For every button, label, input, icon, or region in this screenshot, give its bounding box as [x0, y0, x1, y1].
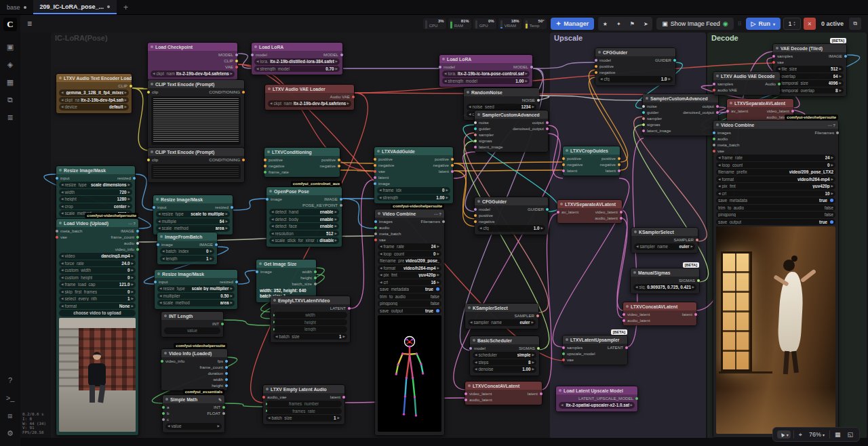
widget-strength-model[interactable]: ◀strength_model0.70▶ — [254, 66, 340, 73]
output-port-SIGMAS[interactable]: SIGMAS — [519, 346, 540, 350]
output-port-width[interactable]: width — [214, 377, 228, 382]
collapse-dot[interactable] — [566, 338, 568, 341]
input-port-meta_batch[interactable]: meta_batch — [713, 142, 739, 147]
collapse-dot[interactable] — [273, 299, 276, 302]
node-header[interactable]: LTXVLatentUpsampler — [563, 336, 627, 344]
collapse-dot[interactable] — [467, 91, 469, 94]
collapse-dot[interactable] — [626, 305, 629, 308]
node-header-icons[interactable]: ⋯ ? — [434, 211, 441, 216]
widget-choose-video-to-upload[interactable]: choose video to upload — [59, 310, 136, 317]
manager-button[interactable]: ✦ Manager — [551, 18, 595, 30]
widget-save-metadata[interactable]: save_metadatatrue — [716, 197, 835, 204]
output-port-MODEL[interactable]: MODEL — [218, 52, 238, 57]
widget-force-rate[interactable]: ◀force_rate24.0▶ — [59, 260, 136, 267]
widget-batch-size[interactable]: ◀batch_size1▶ — [266, 415, 342, 422]
ltxv-separate-av-latent-1[interactable]: LTXVSeparateAVLatentav_latentvideo_laten… — [557, 199, 623, 224]
load-lora-2[interactable]: Load LoRAmodelMODEL◀lora...ltx-2-19b-ic-… — [439, 54, 533, 87]
output-port-SAMPLER[interactable]: SAMPLER — [514, 313, 539, 318]
input-port-model[interactable]: model — [469, 346, 486, 350]
widget-cfg[interactable]: ◀cfg1.0▶ — [598, 76, 673, 83]
output-port-Audio[interactable]: Audio — [765, 81, 781, 86]
focus-mode-button[interactable]: ◱ — [845, 430, 855, 439]
resize-image-mask-1[interactable]: Resize Image/Maskinputresized◀resize_typ… — [56, 165, 136, 220]
output-port-negative[interactable]: negative — [320, 163, 340, 168]
output-port-LATENT[interactable]: LATENT — [608, 345, 628, 350]
sidebar-bottom-item-2[interactable]: ⧈ — [7, 407, 12, 424]
collapse-dot[interactable] — [254, 45, 257, 48]
input-port-av_latent[interactable]: av_latent — [557, 209, 578, 214]
input-port-vae[interactable]: vae — [374, 169, 385, 174]
node-header[interactable]: ImageFromBatch — [157, 232, 217, 241]
input-port-latent_image[interactable]: latent_image — [474, 144, 502, 149]
sidebar-bottom-item-1[interactable]: >_ — [6, 389, 15, 407]
widget-value[interactable]: ◀value▶ — [165, 423, 222, 430]
input-port-negative[interactable]: negative — [474, 219, 494, 224]
output-port-audio_latent[interactable]: audio_latent — [595, 216, 623, 220]
collapse-dot[interactable] — [646, 97, 648, 100]
widget-frame-rate[interactable]: ◀frame_rate24▶ — [378, 243, 441, 250]
node-header[interactable]: Load Checkpoint — [148, 43, 237, 51]
output-port-audio[interactable]: audio — [124, 241, 139, 245]
node-header[interactable]: LTXVAddGuide — [374, 147, 453, 155]
output-port-Audio VAE[interactable]: Audio VAE — [330, 94, 355, 99]
ltxv-concat-av-latent-2[interactable]: LTXVConcatAVLatentvideo_latentlatentaudi… — [465, 381, 542, 405]
input-port-images[interactable]: images — [713, 130, 731, 135]
node-header[interactable]: Video Combine⋯ ? — [375, 209, 444, 218]
collapse-dot[interactable] — [468, 306, 471, 309]
widget-height[interactable]: ◀height1280▶ — [59, 196, 132, 203]
node-header[interactable]: LTXV Empty Latent Audio — [263, 385, 344, 393]
input-port-samples[interactable]: samples — [713, 81, 733, 86]
collapse-dot[interactable] — [598, 51, 601, 54]
widget-resize-type[interactable]: ◀resize_typescale to multiple▶ — [156, 211, 230, 218]
input-port-b[interactable]: b — [162, 411, 169, 415]
clip-text-encode-negative[interactable]: CLIP Text Encode (Prompt)clipCONDITIONIN… — [147, 147, 245, 183]
output-port-IMAGE[interactable]: IMAGE — [324, 197, 342, 201]
widget-format[interactable]: ◀formatvideo/h264-mp4▶ — [378, 265, 441, 272]
widget-value[interactable]: ◀gemma_3_12B_it_fp4_mixed.safetensors▶ — [59, 89, 129, 96]
input-port-image[interactable]: image — [266, 197, 282, 201]
output-port-height[interactable]: height — [212, 383, 228, 388]
widget-pingpong[interactable]: pingpongfalse — [378, 300, 441, 307]
widget-detect-hand[interactable]: ◀detect_handenable▶ — [269, 209, 339, 216]
input-port-vae[interactable]: vae — [562, 357, 574, 362]
manual-sigmas[interactable]: [BETA]ManualSigmasSIGMAS◀sig...0.909375,… — [630, 268, 700, 294]
node-header[interactable]: Load LoRA — [252, 43, 342, 51]
output-port-latent[interactable]: latent — [606, 168, 620, 173]
widget-sig-[interactable]: ◀sig...0.909375, 0.725, 0.421875, 0.0▶ — [633, 284, 696, 291]
new-tab-button[interactable]: + — [117, 0, 135, 14]
quick-action-icon-0[interactable]: ★ — [599, 18, 611, 30]
widget-overlap[interactable]: ◀overlap64▶ — [776, 73, 844, 80]
widget-height[interactable]: height — [273, 319, 347, 326]
input-port-audio_latent[interactable]: audio_latent — [465, 397, 492, 402]
widget-sampler-name[interactable]: ◀sampler_nameeuler▶ — [468, 319, 536, 326]
node-header[interactable]: CLIP Text Encode (Prompt) — [148, 80, 244, 88]
widget-batch-index[interactable]: ◀batch_index0▶ — [160, 248, 214, 255]
widget-value[interactable]: value — [164, 327, 220, 334]
output-port-video_latent[interactable]: video_latent — [767, 108, 794, 113]
input-port-positive[interactable]: positive — [474, 213, 493, 218]
collapse-dot[interactable] — [151, 83, 153, 85]
output-port-CONDITIONING[interactable]: CONDITIONING — [209, 157, 245, 162]
output-port-LATENT_UPSCALE_MODEL[interactable]: LATENT_UPSCALE_MODEL — [578, 396, 638, 401]
widget-lora-[interactable]: ◀lora...ltx-2-19b-ic-lora-pose-control.s… — [442, 70, 530, 77]
node-header[interactable]: RandomNoise — [464, 88, 539, 96]
cfg-guider-2[interactable]: CFGGuidermodelGUIDERpositivenegative◀cfg… — [595, 47, 676, 86]
sampler-custom-advanced-1[interactable]: SamplerCustomAdvancednoiseoutputguiderde… — [474, 110, 549, 153]
output-port-VAE[interactable]: VAE — [225, 64, 238, 69]
node-header[interactable]: OpenPose Pose — [267, 187, 342, 195]
widget-scale-stick-for-xinsr-cn[interactable]: ◀scale_stick_for_xinsr_cndisable▶ — [269, 237, 339, 244]
collapse-dot[interactable] — [156, 198, 159, 201]
widget-detect-body[interactable]: ◀detect_bodyenable▶ — [269, 216, 339, 223]
tab-workflow[interactable]: 209_IC-LoRA_pose_... — [33, 0, 117, 14]
output-port-output[interactable]: output — [703, 104, 719, 108]
collapse-dot[interactable] — [716, 75, 719, 77]
node-header[interactable]: KSamplerSelect — [465, 304, 538, 312]
widget-batch-size[interactable]: ◀batch_size1▶ — [273, 333, 347, 340]
input-port-positive[interactable]: positive — [374, 157, 393, 161]
output-port-resized[interactable]: resized — [220, 279, 238, 284]
collapse-dot[interactable] — [259, 262, 262, 265]
input-port-noise[interactable]: noise — [642, 104, 657, 108]
input-port-audio_latent[interactable]: audio_latent — [623, 318, 650, 323]
ltxv-empty-latent-audio[interactable]: LTXV Empty Latent Audioaudio_vaelatentfr… — [262, 384, 345, 425]
input-port-latent[interactable]: latent — [374, 175, 389, 180]
